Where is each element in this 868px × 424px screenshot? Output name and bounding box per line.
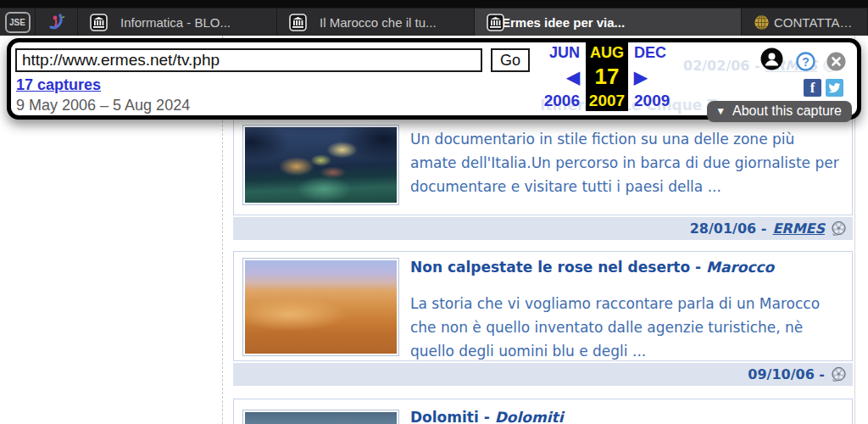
capture-day: 17 (586, 64, 628, 90)
article-date: 28/01/06 - (690, 220, 767, 237)
faded-caption-date: 02/02/06 - (683, 58, 760, 74)
captures-link[interactable]: 17 captures (16, 76, 101, 94)
browser-tab-contattaci[interactable]: CONTATTACI - ER... (742, 8, 868, 36)
current-month: AUG (586, 42, 628, 64)
article-title-text: Dolomiti - (410, 409, 490, 424)
article-card-cinque-terre: Un documentario in stile fiction su una … (233, 119, 853, 215)
article-title-text: Non calpestate le rose nel deserto - (410, 259, 701, 276)
twitter-icon[interactable] (826, 79, 843, 100)
capture-calendar: JUN AUG DEC ◀ 17 ▶ 2006 2007 2009 (533, 42, 684, 111)
about-this-capture-button[interactable]: ▼ About this capture (707, 101, 852, 122)
pinned-tab-jse[interactable]: JSE (0, 8, 36, 36)
internet-archive-favicon-icon (289, 14, 307, 31)
article-footer: 09/10/06 - (233, 363, 853, 386)
close-icon[interactable] (826, 52, 846, 75)
wayback-url-input[interactable] (15, 48, 482, 72)
article-card-marocco: Non calpestate le rose nel deserto - Mar… (233, 251, 853, 361)
internet-archive-favicon-icon (90, 14, 108, 31)
article-thumbnail-link[interactable] (242, 258, 399, 356)
article-footer: 28/01/06 - ERMES (233, 217, 853, 240)
browser-tab-ermes-active[interactable]: Ermes idee per via... (475, 8, 742, 36)
article-summary: La storia che vi vogliamo raccontare par… (410, 292, 844, 363)
go-button[interactable]: Go (491, 48, 530, 72)
internet-archive-favicon-icon (487, 14, 504, 31)
current-year: 2007 (586, 90, 628, 111)
film-reel-icon[interactable] (831, 366, 847, 382)
article-title-place: Marocco (706, 259, 774, 276)
next-month-link[interactable]: DEC (628, 42, 684, 64)
caret-down-icon: ▼ (715, 105, 726, 117)
globe-icon (754, 14, 770, 31)
capture-date-range: 9 May 2006 – 5 Aug 2024 (16, 97, 190, 114)
cinque-terre-night-photo (245, 127, 397, 203)
article-thumbnail-link[interactable] (242, 410, 399, 424)
film-reel-icon[interactable] (831, 220, 847, 237)
help-icon[interactable]: ? (796, 52, 815, 75)
prev-year-link[interactable]: 2006 (533, 90, 586, 111)
browser-tab-marocco[interactable]: Il Marocco che il tu... (277, 8, 475, 36)
svg-text:?: ? (802, 55, 810, 69)
prev-month-link[interactable]: JUN (533, 42, 586, 64)
tab-label: Il Marocco che il tu... (320, 15, 437, 30)
pinned-tab-logo[interactable] (36, 8, 78, 36)
tab-label: Ermes idee per via... (502, 15, 625, 30)
browser-tab-informatica[interactable]: Informatica - BLO... (78, 8, 277, 36)
wayback-toolbar: Go 17 captures 9 May 2006 – 5 Aug 2024 I… (7, 38, 861, 120)
next-year-link[interactable]: 2009 (628, 90, 684, 111)
article-thumbnail-link[interactable] (242, 125, 399, 205)
browser-tab-bar: JSE Informatica - BLO... Il Marocco che … (0, 0, 868, 36)
next-capture-arrow-icon[interactable]: ▶ (628, 64, 684, 90)
article-title-place: Dolomiti (495, 409, 564, 424)
article-source-link[interactable]: ERMES (772, 220, 825, 237)
facebook-icon[interactable]: f (804, 79, 821, 97)
article-title[interactable]: Dolomiti - Dolomiti (410, 409, 844, 424)
account-icon[interactable] (760, 47, 783, 74)
prev-capture-arrow-icon[interactable]: ◀ (533, 64, 586, 90)
article-card-dolomiti: Dolomiti - Dolomiti (233, 399, 853, 424)
j-logo-icon (46, 11, 68, 33)
jse-icon: JSE (5, 12, 31, 33)
tab-label: Informatica - BLO... (120, 15, 231, 30)
article-title[interactable]: Non calpestate le rose nel deserto - Mar… (410, 259, 844, 276)
desert-dunes-photo (245, 260, 397, 354)
about-label: About this capture (732, 103, 842, 119)
mountain-photo (245, 412, 397, 424)
tab-label: CONTATTACI - ER... (774, 15, 855, 30)
article-summary: Un documentario in stile fiction su una … (410, 127, 844, 198)
article-date: 09/10/06 - (748, 366, 825, 382)
